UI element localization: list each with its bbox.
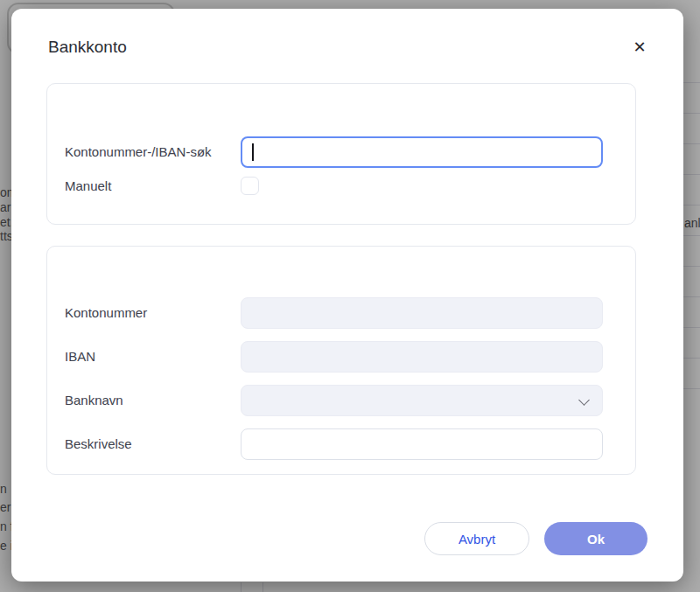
banknavn-select: [241, 385, 603, 416]
background-text-fragment: er: [0, 500, 10, 514]
manuelt-checkbox[interactable]: [241, 177, 259, 195]
bankkonto-dialog: Bankkonto ✕ Kontonummer-/IBAN-søk Manuel…: [11, 9, 683, 582]
background-text-fragment: ar: [0, 200, 10, 214]
background-text-fragment: anl: [684, 216, 700, 230]
dialog-title: Bankkonto: [48, 38, 127, 57]
iban-field: [241, 341, 603, 373]
kontonummer-row: Kontonummer: [65, 297, 604, 329]
chevron-down-icon: [578, 394, 590, 406]
kontonummer-iban-sok-input[interactable]: [241, 136, 603, 168]
kontonummer-field: [241, 297, 603, 329]
details-section-card: Kontonummer IBAN Banknavn Beskrivelse: [46, 246, 636, 475]
beskrivelse-input[interactable]: [241, 428, 603, 460]
close-button[interactable]: ✕: [627, 35, 652, 59]
banknavn-field: [241, 385, 603, 416]
close-icon: ✕: [633, 38, 646, 57]
background-column-divider: [241, 582, 242, 592]
field-label-beskrivelse: Beskrivelse: [65, 428, 132, 460]
manual-field-row: Manuelt: [65, 177, 604, 196]
search-field-row: Kontonummer-/IBAN-søk: [65, 136, 604, 168]
background-text-fragment: n: [0, 482, 7, 496]
cancel-button[interactable]: Avbryt: [424, 522, 529, 555]
field-label-manuelt: Manuelt: [65, 177, 111, 196]
search-section-card: Kontonummer-/IBAN-søk Manuelt: [46, 83, 636, 225]
field-label-banknavn: Banknavn: [65, 385, 123, 416]
kontonummer-iban-sok-field: [241, 136, 603, 168]
field-label-kontonummer: Kontonummer: [65, 297, 147, 329]
iban-input: [241, 341, 603, 373]
field-label-kontonummer-iban-sok: Kontonummer-/IBAN-søk: [65, 136, 212, 168]
iban-row: IBAN: [65, 341, 604, 373]
background-column-divider: [262, 582, 263, 592]
beskrivelse-row: Beskrivelse: [65, 428, 604, 460]
banknavn-row: Banknavn: [65, 385, 604, 416]
kontonummer-input: [241, 297, 603, 329]
beskrivelse-field: [241, 428, 603, 460]
field-label-iban: IBAN: [65, 341, 95, 373]
text-cursor: [252, 143, 254, 161]
ok-button[interactable]: Ok: [544, 522, 648, 555]
